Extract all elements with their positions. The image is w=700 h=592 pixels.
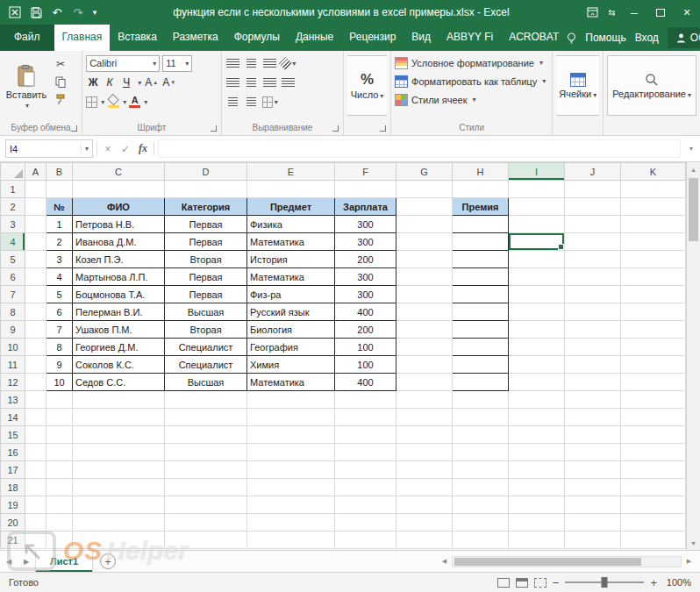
cell-K1[interactable] <box>621 181 686 198</box>
row-header-4[interactable]: 4 <box>1 233 25 251</box>
cell-A9[interactable] <box>25 321 46 339</box>
dialog-launcher-icon[interactable] <box>211 125 217 132</box>
cell-I5[interactable] <box>509 251 565 268</box>
select-all-corner[interactable] <box>1 163 25 181</box>
cell-A1[interactable] <box>25 181 46 198</box>
cell-G16[interactable] <box>396 444 453 461</box>
row-header-14[interactable]: 14 <box>1 409 25 426</box>
cell-K8[interactable] <box>621 303 686 321</box>
cell-J13[interactable] <box>565 391 621 409</box>
cell-C15[interactable] <box>73 426 165 444</box>
font-size-select[interactable]: 11▾ <box>162 55 192 72</box>
cell-H14[interactable] <box>453 409 509 426</box>
vertical-scrollbar[interactable]: ▲ ▼ <box>686 162 700 550</box>
cell-F2[interactable]: Зарплата <box>335 198 396 216</box>
cell-G18[interactable] <box>396 479 453 496</box>
cell-E17[interactable] <box>247 461 335 479</box>
cell-F10[interactable]: 100 <box>335 339 396 356</box>
cell-G19[interactable] <box>396 496 453 514</box>
cell-D13[interactable] <box>165 391 247 409</box>
cell-E1[interactable] <box>247 181 335 198</box>
cell-K14[interactable] <box>621 409 686 426</box>
row-header-16[interactable]: 16 <box>1 444 25 461</box>
cell-K21[interactable] <box>621 531 686 549</box>
cell-H2[interactable]: Премия <box>453 198 509 216</box>
horizontal-scrollbar[interactable]: ◀ ▶ <box>437 551 700 572</box>
cell-styles-button[interactable]: Стили ячеек▾ <box>395 90 548 109</box>
dialog-launcher-icon[interactable] <box>380 125 386 132</box>
ribbon-tab-Вид[interactable]: Вид <box>404 25 439 51</box>
decrease-indent-icon[interactable] <box>225 95 241 109</box>
row-header-12[interactable]: 12 <box>1 374 25 391</box>
cell-B21[interactable] <box>46 531 73 549</box>
cell-E5[interactable]: История <box>247 251 335 268</box>
cell-G9[interactable] <box>396 321 453 339</box>
cell-C9[interactable]: Ушаков П.М. <box>73 321 165 339</box>
cell-I10[interactable] <box>509 339 565 356</box>
cell-C6[interactable]: Мартынова Л.П. <box>73 268 165 286</box>
cell-C19[interactable] <box>73 496 165 514</box>
cell-A19[interactable] <box>25 496 46 514</box>
horizontal-scroll-thumb[interactable] <box>454 558 641 566</box>
cell-G11[interactable] <box>396 356 453 374</box>
column-header-F[interactable]: F <box>335 163 396 181</box>
cell-B12[interactable]: 10 <box>46 374 73 391</box>
cell-H4[interactable] <box>453 233 509 251</box>
cell-E8[interactable]: Русский язык <box>247 303 335 321</box>
ribbon-tab-Рецензир[interactable]: Рецензир <box>341 25 404 51</box>
cell-J3[interactable] <box>565 216 621 233</box>
font-color-button[interactable]: А▾ <box>129 95 147 109</box>
cell-H13[interactable] <box>453 391 509 409</box>
cell-E6[interactable]: Математика <box>247 268 335 286</box>
cell-A7[interactable] <box>25 286 46 303</box>
cell-G8[interactable] <box>396 303 453 321</box>
scroll-right-icon[interactable]: ▶ <box>682 558 696 565</box>
cell-H19[interactable] <box>453 496 509 514</box>
sheet-tab-list1[interactable]: Лист1 <box>35 551 93 572</box>
cell-F20[interactable] <box>335 514 396 531</box>
cell-C21[interactable] <box>73 531 165 549</box>
cell-H3[interactable] <box>453 216 509 233</box>
new-sheet-button[interactable]: + <box>100 553 116 569</box>
format-painter-icon[interactable] <box>53 92 68 106</box>
cell-J12[interactable] <box>565 374 621 391</box>
cell-K18[interactable] <box>621 479 686 496</box>
cell-F8[interactable]: 400 <box>335 303 396 321</box>
cell-C16[interactable] <box>73 444 165 461</box>
cell-A12[interactable] <box>25 374 46 391</box>
cell-B9[interactable]: 7 <box>46 321 73 339</box>
cell-K3[interactable] <box>621 216 686 233</box>
cell-E15[interactable] <box>247 426 335 444</box>
cell-E16[interactable] <box>247 444 335 461</box>
scroll-down-icon[interactable]: ▼ <box>690 536 696 550</box>
switch-windows-icon[interactable] <box>602 3 621 22</box>
formula-input[interactable] <box>158 139 681 158</box>
cell-K12[interactable] <box>621 374 686 391</box>
undo-icon[interactable]: ↶ <box>47 3 67 22</box>
ribbon-display-options-icon[interactable] <box>582 3 602 22</box>
ribbon-tab-Разметка[interactable]: Разметка <box>165 25 226 51</box>
cell-D18[interactable] <box>165 479 247 496</box>
cut-icon[interactable]: ✂ <box>53 57 68 71</box>
cell-F21[interactable] <box>335 531 396 549</box>
cell-F18[interactable] <box>335 479 396 496</box>
maximize-button[interactable] <box>647 0 674 25</box>
cell-D8[interactable]: Высшая <box>165 303 247 321</box>
cell-A8[interactable] <box>25 303 46 321</box>
cell-H5[interactable] <box>453 251 509 268</box>
cell-H15[interactable] <box>453 426 509 444</box>
cell-E11[interactable]: Химия <box>247 356 335 374</box>
cell-C14[interactable] <box>73 409 165 426</box>
cell-E9[interactable]: Биология <box>247 321 335 339</box>
cell-F7[interactable]: 300 <box>335 286 396 303</box>
row-header-2[interactable]: 2 <box>1 198 25 216</box>
cell-K13[interactable] <box>621 391 686 409</box>
cell-I16[interactable] <box>509 444 565 461</box>
cell-I1[interactable] <box>509 181 565 198</box>
cell-F11[interactable]: 100 <box>335 356 396 374</box>
cell-C2[interactable]: ФИО <box>73 198 165 216</box>
cell-B15[interactable] <box>46 426 73 444</box>
cell-A15[interactable] <box>25 426 46 444</box>
ribbon-tab-Формулы[interactable]: Формулы <box>226 25 288 51</box>
cell-F14[interactable] <box>335 409 396 426</box>
